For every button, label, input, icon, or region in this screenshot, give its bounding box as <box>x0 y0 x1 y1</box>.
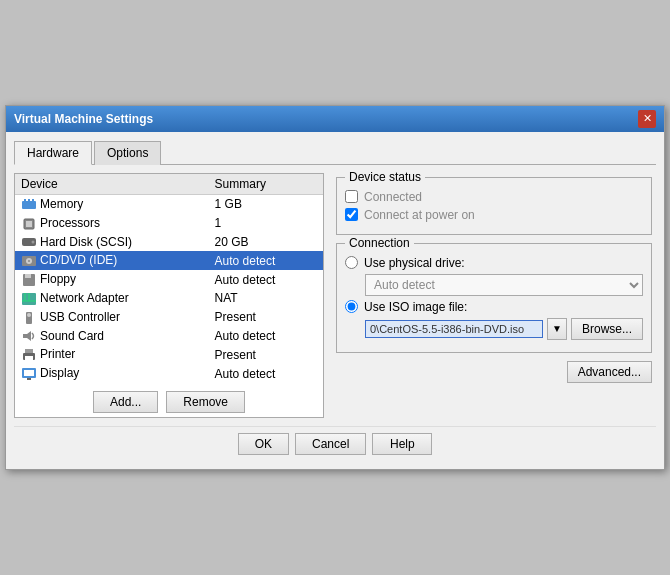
bottom-buttons: OK Cancel Help <box>14 426 656 461</box>
remove-button[interactable]: Remove <box>166 391 245 413</box>
device-status-section: Device status Connected Connect at power… <box>336 177 652 235</box>
tab-hardware[interactable]: Hardware <box>14 141 92 165</box>
table-row[interactable]: Display Auto detect <box>15 364 323 383</box>
ok-button[interactable]: OK <box>238 433 289 455</box>
table-row[interactable]: Printer Present <box>15 345 323 364</box>
device-list-panel: Device Summary Memory 1 GB <box>14 173 324 418</box>
connect-power-checkbox[interactable] <box>345 208 358 221</box>
right-panel: Device status Connected Connect at power… <box>332 173 656 418</box>
virtual-machine-settings-window: Virtual Machine Settings ✕ Hardware Opti… <box>5 105 665 470</box>
svg-rect-2 <box>28 199 30 201</box>
svg-rect-24 <box>24 370 34 376</box>
printer-icon <box>21 348 37 362</box>
table-row[interactable]: Processors 1 <box>15 214 323 233</box>
svg-point-7 <box>32 241 35 244</box>
iso-dropdown-arrow[interactable]: ▼ <box>547 318 567 340</box>
window-title: Virtual Machine Settings <box>14 112 153 126</box>
cdrom-icon <box>21 254 37 268</box>
svg-marker-19 <box>23 331 31 341</box>
table-row[interactable]: Floppy Auto detect <box>15 270 323 289</box>
svg-point-10 <box>28 260 30 262</box>
device-table: Device Summary Memory 1 GB <box>15 174 323 383</box>
svg-rect-0 <box>22 201 36 209</box>
cpu-icon <box>21 217 37 231</box>
table-row[interactable]: Memory 1 GB <box>15 194 323 213</box>
use-physical-radio[interactable] <box>345 256 358 269</box>
browse-button[interactable]: Browse... <box>571 318 643 340</box>
connected-checkbox[interactable] <box>345 190 358 203</box>
use-iso-label: Use ISO image file: <box>364 300 467 314</box>
table-row-cdrom[interactable]: CD/DVD (IDE) Auto detect <box>15 251 323 270</box>
add-button[interactable]: Add... <box>93 391 158 413</box>
table-row[interactable]: Hard Disk (SCSI) 20 GB <box>15 233 323 252</box>
connect-power-label: Connect at power on <box>364 208 475 222</box>
physical-drive-row: Use physical drive: <box>345 256 643 270</box>
table-row[interactable]: USB Controller Present <box>15 308 323 327</box>
iso-path-row: ▼ Browse... <box>365 318 643 340</box>
svg-rect-12 <box>25 274 31 278</box>
device-status-title: Device status <box>345 170 425 184</box>
svg-rect-3 <box>32 199 34 201</box>
close-button[interactable]: ✕ <box>638 110 656 128</box>
physical-drive-select[interactable]: Auto detect <box>365 274 643 296</box>
table-row[interactable]: Network Adapter NAT <box>15 289 323 308</box>
col-summary: Summary <box>209 174 323 195</box>
content-area: Device Summary Memory 1 GB <box>14 173 656 418</box>
usb-icon <box>21 311 37 325</box>
use-physical-label: Use physical drive: <box>364 256 465 270</box>
iso-row: Use ISO image file: <box>345 300 643 314</box>
connection-title: Connection <box>345 236 414 250</box>
tab-bar: Hardware Options <box>14 140 656 165</box>
connection-section: Connection Use physical drive: Auto dete… <box>336 243 652 353</box>
iso-path-input[interactable] <box>365 320 543 338</box>
display-icon <box>21 367 37 381</box>
hdd-icon <box>21 235 37 249</box>
connect-power-row: Connect at power on <box>345 208 643 222</box>
table-row[interactable]: Sound Card Auto detect <box>15 327 323 346</box>
cancel-button[interactable]: Cancel <box>295 433 366 455</box>
memory-icon <box>21 198 37 212</box>
svg-rect-5 <box>26 221 32 227</box>
sound-icon <box>21 329 37 343</box>
svg-rect-25 <box>27 378 31 380</box>
floppy-icon <box>21 273 37 287</box>
svg-point-18 <box>27 313 31 317</box>
window-body: Hardware Options Device Summary <box>6 132 664 469</box>
advanced-button[interactable]: Advanced... <box>567 361 652 383</box>
col-device: Device <box>15 174 209 195</box>
bottom-left-buttons: Add... Remove <box>15 383 323 417</box>
tab-options[interactable]: Options <box>94 141 161 165</box>
help-button[interactable]: Help <box>372 433 432 455</box>
title-bar: Virtual Machine Settings ✕ <box>6 106 664 132</box>
svg-rect-22 <box>25 356 33 360</box>
connected-label: Connected <box>364 190 422 204</box>
auto-detect-row: Auto detect <box>365 274 643 296</box>
connected-row: Connected <box>345 190 643 204</box>
svg-rect-1 <box>24 199 26 201</box>
svg-rect-21 <box>25 349 33 353</box>
network-icon <box>21 292 37 306</box>
use-iso-radio[interactable] <box>345 300 358 313</box>
